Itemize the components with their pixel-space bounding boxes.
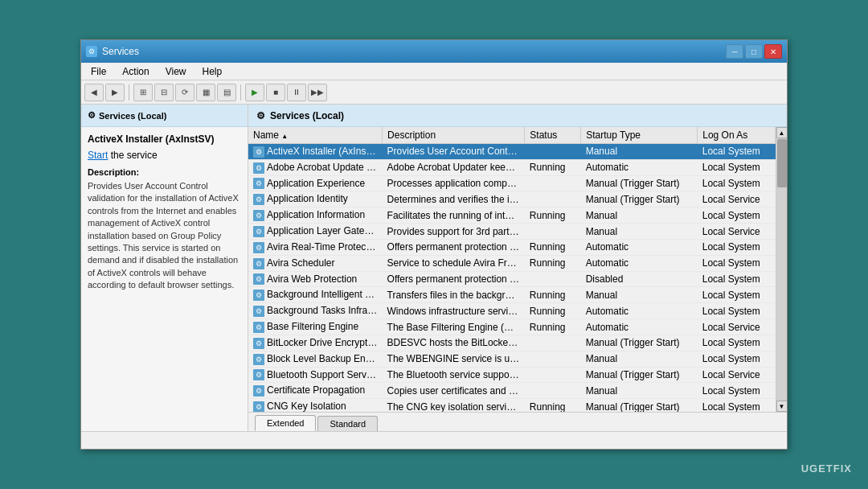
restart-service-button[interactable]: ▶▶ <box>308 84 327 101</box>
scroll-track[interactable] <box>776 138 788 401</box>
scrollbar[interactable]: ▲ ▼ <box>776 127 787 412</box>
col-header-description[interactable]: Description <box>383 127 525 144</box>
cell-description: Copies user certificates and root... <box>383 383 525 399</box>
the-service-text: the service <box>108 150 157 161</box>
cell-description: Windows infrastructure service t... <box>383 303 525 319</box>
back-button[interactable]: ◀ <box>84 84 104 101</box>
cell-logon: Local System <box>698 287 776 303</box>
cell-description: Determines and verifies the iden... <box>383 191 525 208</box>
scroll-thumb[interactable] <box>777 139 787 187</box>
table-row[interactable]: Bluetooth Support Service The Bluetooth … <box>248 367 776 383</box>
show-hide-button[interactable]: ⊞ <box>133 84 153 101</box>
title-bar: ⚙ Services ─ □ ✕ <box>81 40 787 63</box>
service-icon <box>253 385 264 397</box>
cell-name: Avira Web Protection <box>248 271 383 287</box>
service-icon <box>253 242 264 253</box>
table-row[interactable]: Application Information Facilitates the … <box>248 208 776 224</box>
cell-description: The WBENGINE service is used b... <box>383 351 525 367</box>
cell-name: Background Intelligent Tran... <box>248 287 383 303</box>
scroll-up[interactable]: ▲ <box>776 127 788 138</box>
service-icon <box>253 146 264 158</box>
view-button[interactable]: ⊟ <box>154 84 174 101</box>
minimize-button[interactable]: ─ <box>726 44 743 59</box>
cell-startup: Manual (Trigger Start) <box>581 367 698 383</box>
table-row[interactable]: ActiveX Installer (AxInstSV) Provides Us… <box>248 144 776 160</box>
cell-startup: Disabled <box>581 271 698 287</box>
table-row[interactable]: Application Identity Determines and veri… <box>248 191 776 208</box>
cell-name: Certificate Propagation <box>248 383 383 399</box>
window-title: Services <box>102 46 139 57</box>
cell-description: Facilitates the running of interac... <box>383 208 525 224</box>
cell-name: Application Identity <box>248 191 383 208</box>
tab-standard[interactable]: Standard <box>317 416 378 431</box>
export-button[interactable]: ▦ <box>196 84 215 101</box>
service-icon <box>253 322 264 333</box>
table-row[interactable]: BitLocker Drive Encryption ... BDESVC ho… <box>248 335 776 351</box>
forward-button[interactable]: ▶ <box>105 84 125 101</box>
col-header-status[interactable]: Status <box>525 127 581 144</box>
menu-file[interactable]: File <box>84 64 113 79</box>
description-label: Description: <box>88 167 241 177</box>
cell-name: BitLocker Drive Encryption ... <box>248 335 383 351</box>
table-row[interactable]: Background Tasks Infrastru... Windows in… <box>248 303 776 319</box>
table-row[interactable]: Block Level Backup Engine ... The WBENGI… <box>248 351 776 367</box>
cell-startup: Automatic <box>581 239 698 255</box>
table-row[interactable]: Avira Real-Time Protection Offers perman… <box>248 239 776 255</box>
cell-status: Running <box>525 319 581 335</box>
left-panel-icon: ⚙ <box>88 110 96 121</box>
cell-logon: Local System <box>698 351 776 367</box>
table-row[interactable]: Application Experience Processes applica… <box>248 175 776 191</box>
left-panel-title: Services (Local) <box>99 111 166 121</box>
table-row[interactable]: Application Layer Gateway ... Provides s… <box>248 224 776 240</box>
service-icon <box>253 210 264 221</box>
close-button[interactable]: ✕ <box>764 44 782 59</box>
table-row[interactable]: Adobe Acrobat Update Serv... Adobe Acrob… <box>248 159 776 175</box>
maximize-button[interactable]: □ <box>745 44 763 59</box>
cell-startup: Manual (Trigger Start) <box>581 335 698 351</box>
start-service-link[interactable]: Start <box>88 150 108 161</box>
table-row[interactable]: Background Intelligent Tran... Transfers… <box>248 287 776 303</box>
left-panel-content: ActiveX Installer (AxInstSV) Start the s… <box>81 127 248 431</box>
menu-view[interactable]: View <box>159 64 193 79</box>
cell-status: Running <box>525 208 581 224</box>
pause-service-button[interactable]: ⏸ <box>287 84 306 101</box>
table-row[interactable]: Base Filtering Engine The Base Filtering… <box>248 319 776 335</box>
cell-description: The CNG key isolation service is ... <box>383 399 525 412</box>
cell-name: Base Filtering Engine <box>248 319 383 335</box>
service-icon <box>253 258 264 269</box>
cell-status <box>525 351 581 367</box>
cell-logon: Local Service <box>698 191 776 208</box>
start-service-button[interactable]: ▶ <box>245 84 264 101</box>
col-header-name[interactable]: Name ▲ <box>248 127 383 144</box>
cell-status: Running <box>525 239 581 255</box>
scroll-down[interactable]: ▼ <box>776 401 788 412</box>
refresh-button[interactable]: ⟳ <box>175 84 194 101</box>
stop-service-button[interactable]: ■ <box>266 84 285 101</box>
cell-startup: Manual <box>581 224 698 240</box>
cell-logon: Local System <box>698 303 776 319</box>
menu-help[interactable]: Help <box>196 64 229 79</box>
cell-logon: Local System <box>698 208 776 224</box>
tab-extended[interactable]: Extended <box>255 415 316 431</box>
cell-startup: Automatic <box>581 159 698 175</box>
properties-button[interactable]: ▤ <box>217 84 236 101</box>
toolbar-separator-2 <box>240 84 241 101</box>
service-icon <box>253 226 264 237</box>
cell-description: The Base Filtering Engine (BFE) i... <box>383 319 525 335</box>
cell-description: BDESVC hosts the BitLocker Driv... <box>383 335 525 351</box>
col-header-startup[interactable]: Startup Type <box>581 127 698 144</box>
cell-description: Offers permanent protection ag... <box>383 271 525 287</box>
table-row[interactable]: Certificate Propagation Copies user cert… <box>248 383 776 399</box>
table-row[interactable]: CNG Key Isolation The CNG key isolation … <box>248 399 776 412</box>
cell-status <box>525 175 581 191</box>
cell-name: Block Level Backup Engine ... <box>248 351 383 367</box>
col-header-logon[interactable]: Log On As <box>698 127 776 144</box>
table-row[interactable]: Avira Scheduler Service to schedule Avir… <box>248 255 776 271</box>
cell-status: Running <box>525 255 581 271</box>
bottom-tabs: Extended Standard <box>248 412 787 431</box>
table-row[interactable]: Avira Web Protection Offers permanent pr… <box>248 271 776 287</box>
right-panel: ⚙ Services (Local) Name ▲ Description <box>248 105 787 431</box>
menu-action[interactable]: Action <box>116 64 155 79</box>
cell-startup: Manual <box>581 287 698 303</box>
description-text: Provides User Account Control validation… <box>88 180 241 292</box>
